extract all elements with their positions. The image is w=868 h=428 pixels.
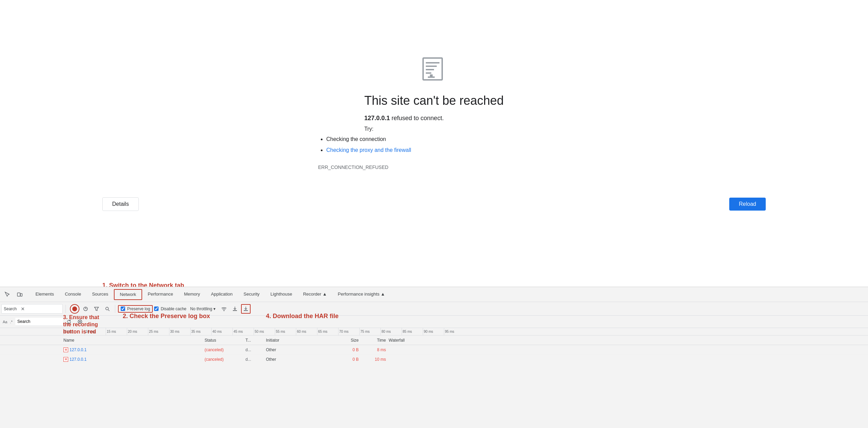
ruler-mark-30ms: 30 ms <box>169 328 190 335</box>
cell-time-1: 8 ms <box>361 347 389 352</box>
throttling-dropdown-icon: ▾ <box>213 306 215 311</box>
cell-time-2: 10 ms <box>361 357 389 362</box>
clear-log-button[interactable] <box>81 304 90 314</box>
svg-rect-2 <box>426 66 437 67</box>
cell-initiator-2: Other <box>266 357 334 362</box>
reload-button[interactable]: Reload <box>729 198 766 211</box>
ruler-mark-50ms: 50 ms <box>254 328 275 335</box>
inspect-element-icon[interactable] <box>3 290 12 299</box>
regex-label: .* <box>10 320 12 324</box>
tab-console[interactable]: Console <box>59 287 87 302</box>
ruler-mark-55ms: 55 ms <box>275 328 296 335</box>
record-button[interactable] <box>70 304 79 314</box>
file-icon-1: ⊠ <box>63 347 68 352</box>
suggestion-2[interactable]: Checking the proxy and the firewall <box>326 146 411 155</box>
header-time: Time <box>361 338 389 343</box>
ruler-mark-85ms: 85 ms <box>402 328 423 335</box>
header-initiator: Initiator <box>266 338 334 343</box>
cell-type-2: d... <box>245 357 266 362</box>
filter-button[interactable] <box>92 304 101 314</box>
svg-point-10 <box>106 307 108 310</box>
suggestion-1: Checking the connection <box>326 135 411 144</box>
devtools-panel: Elements Console Sources Network Perform… <box>0 287 868 428</box>
table-row[interactable]: ⊠ 127.0.0.1 (canceled) d... Other 0 B 8 … <box>0 345 868 355</box>
throttling-label: No throttling <box>190 306 212 311</box>
header-name: Name <box>0 338 205 343</box>
cell-type-1: d... <box>245 347 266 352</box>
annotation-download-har: 4. Download the HAR file <box>266 313 339 320</box>
table-row[interactable]: ⊠ 127.0.0.1 (canceled) d... Other 0 B 10… <box>0 355 868 364</box>
device-toolbar-icon[interactable] <box>15 290 25 299</box>
record-dot <box>72 306 77 311</box>
svg-rect-5 <box>430 74 433 76</box>
row-1-link[interactable]: 127.0.0.1 <box>70 347 87 352</box>
record-button-wrapper <box>69 304 79 314</box>
svg-rect-6 <box>428 76 435 78</box>
header-status: Status <box>205 338 245 343</box>
import-har-button[interactable] <box>230 304 240 314</box>
tab-recorder[interactable]: Recorder ▲ <box>298 287 332 302</box>
tab-memory[interactable]: Memory <box>179 287 206 302</box>
header-waterfall: Waterfall <box>389 338 868 343</box>
error-page-icon <box>420 55 448 83</box>
tab-lighthouse[interactable]: Lighthouse <box>265 287 298 302</box>
ruler-mark-95ms: 95 ms <box>444 328 465 335</box>
cell-initiator-1: Other <box>266 347 334 352</box>
cell-name-2: ⊠ 127.0.0.1 <box>0 357 205 362</box>
annotation-recording-button: 3. Ensure thatthe recordingbutton is red <box>63 314 131 335</box>
tab-performance-insights[interactable]: Performance insights ▲ <box>332 287 391 302</box>
ruler-mark-70ms: 70 ms <box>338 328 359 335</box>
table-header-row: Name Status T... Initiator Size Time Wat… <box>0 336 868 345</box>
svg-rect-3 <box>426 69 434 70</box>
download-har-button[interactable] <box>241 304 251 314</box>
separator-2 <box>115 305 115 313</box>
search-label: Search <box>4 306 17 311</box>
clear-search-button[interactable]: ✕ <box>18 304 28 314</box>
error-content: This site can't be reached 127.0.0.1 ref… <box>364 94 504 184</box>
disable-cache-text: Disable cache <box>161 306 186 311</box>
preserve-log-checkbox[interactable] <box>121 306 125 311</box>
disable-cache-checkbox[interactable] <box>154 306 159 311</box>
search-button[interactable] <box>103 304 112 314</box>
devtools-icons <box>3 290 25 299</box>
tab-sources[interactable]: Sources <box>87 287 114 302</box>
row-2-link[interactable]: 127.0.0.1 <box>70 357 87 362</box>
error-icon-wrapper <box>420 55 448 84</box>
ruler-mark-90ms: 90 ms <box>423 328 444 335</box>
button-row: Details Reload <box>0 197 868 211</box>
error-code: ERR_CONNECTION_REFUSED <box>318 165 388 170</box>
throttling-select[interactable]: No throttling ▾ <box>188 305 218 312</box>
error-ip: 127.0.0.1 <box>364 115 390 122</box>
svg-rect-7 <box>17 293 20 296</box>
ruler-mark-60ms: 60 ms <box>296 328 317 335</box>
ruler-mark-75ms: 75 ms <box>359 328 380 335</box>
network-table: Name Status T... Initiator Size Time Wat… <box>0 336 868 364</box>
filter-search-box[interactable]: Search ✕ <box>1 304 63 314</box>
details-button[interactable]: Details <box>102 197 139 211</box>
error-suggestions-list: Checking the connection Checking the pro… <box>318 135 411 156</box>
tab-network[interactable]: Network <box>114 289 143 300</box>
ruler-mark-65ms: 65 ms <box>317 328 338 335</box>
cell-status-2: (canceled) <box>205 357 245 362</box>
preserve-log-checkbox-label[interactable]: Preserve log <box>118 305 153 313</box>
match-case-label: Aa <box>3 320 7 324</box>
try-label: Try: <box>364 126 373 132</box>
tab-elements[interactable]: Elements <box>30 287 59 302</box>
network-conditions-button[interactable] <box>219 304 229 314</box>
disable-cache-checkbox-label[interactable]: Disable cache <box>154 306 186 311</box>
error-title: This site can't be reached <box>364 94 504 108</box>
svg-rect-1 <box>426 62 439 63</box>
cell-status-1: (canceled) <box>205 347 245 352</box>
tab-application[interactable]: Application <box>206 287 238 302</box>
header-type: T... <box>245 338 266 343</box>
tab-security[interactable]: Security <box>238 287 265 302</box>
browser-error-page: This site can't be reached 127.0.0.1 ref… <box>0 0 868 287</box>
svg-rect-8 <box>20 294 22 296</box>
search-row-input[interactable] <box>15 318 63 326</box>
suggestion-2-link[interactable]: Checking the proxy and the firewall <box>326 147 411 153</box>
ruler-mark-25ms: 25 ms <box>148 328 169 335</box>
tab-performance[interactable]: Performance <box>142 287 178 302</box>
error-subtitle: 127.0.0.1 refused to connect. <box>364 115 444 122</box>
separator-1 <box>65 305 66 313</box>
ruler-mark-35ms: 35 ms <box>190 328 211 335</box>
